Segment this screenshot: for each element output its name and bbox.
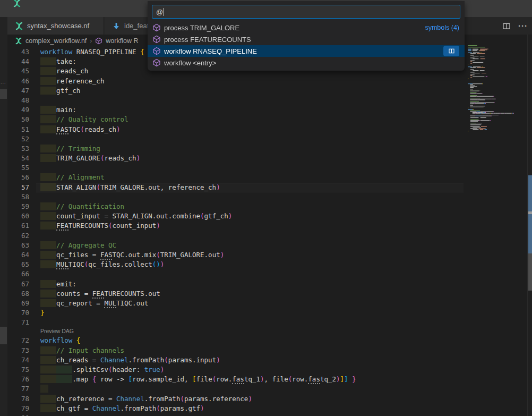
quick-pick-item[interactable]: workflow RNASEQ_PIPELINE: [148, 45, 465, 57]
quick-pick-item-label: workflow <entry>: [164, 59, 459, 67]
code-line[interactable]: 80: [7, 413, 464, 416]
nextflow-logo-icon: [15, 22, 23, 30]
left-edge-strip: ...: [0, 17, 7, 416]
line-number: 78: [7, 394, 29, 404]
overview-ruler[interactable]: [527, 35, 532, 416]
code-line[interactable]: 73 // Input channels: [7, 346, 464, 355]
code-line[interactable]: 51 FASTQC(reads_ch): [7, 125, 464, 134]
code-text: // Input channels: [29, 346, 124, 355]
code-line[interactable]: 68 counts = FEATURECOUNTS.out: [7, 289, 464, 299]
quick-pick-item[interactable]: process TRIM_GALOREsymbols (4): [148, 22, 465, 33]
scrollbar-thumb[interactable]: [0, 327, 7, 344]
code-line[interactable]: 74 ch_reads = Channel.fromPath(params.in…: [7, 355, 464, 365]
code-line[interactable]: 72workflow {: [7, 336, 464, 345]
code-text: FEATURECOUNTS(count_input): [29, 221, 160, 231]
code-line[interactable]: 63 // Aggregate QC: [7, 241, 464, 250]
code-line[interactable]: 61 FEATURECOUNTS(count_input): [7, 221, 464, 231]
code-line[interactable]: 60 count_input = STAR_ALIGN.out.combine(…: [7, 211, 464, 221]
code-line[interactable]: 58: [7, 192, 464, 202]
quick-pick-item[interactable]: workflow <entry>: [148, 57, 465, 69]
symbol-cube-icon: [152, 35, 161, 44]
codelens-preview-dag[interactable]: Preview DAG: [7, 327, 464, 336]
symbol-cube-icon: [152, 58, 161, 67]
scrollbar-thumb[interactable]: [528, 253, 532, 291]
line-number: 76: [7, 375, 29, 384]
line-number: 58: [7, 192, 29, 202]
line-number: 73: [7, 346, 29, 355]
code-line[interactable]: 62: [7, 231, 464, 241]
line-number: 49: [7, 105, 29, 115]
code-line[interactable]: 55: [7, 163, 464, 173]
line-number: 61: [7, 221, 29, 231]
code-line[interactable]: 46 reference_ch: [7, 77, 464, 86]
code-line[interactable]: 56 // Alignment: [7, 173, 464, 182]
line-number: 60: [7, 211, 29, 221]
quick-pick-item[interactable]: process FEATURECOUNTS: [148, 33, 465, 45]
code-text: [29, 134, 40, 144]
code-line[interactable]: 54 TRIM_GALORE(reads_ch): [7, 154, 464, 163]
minimap[interactable]: [466, 35, 527, 416]
symbol-cube-icon: [152, 23, 161, 32]
code-line[interactable]: 67 emit:: [7, 279, 464, 289]
code-line[interactable]: 65 MULTIQC(qc_files.collect()): [7, 260, 464, 269]
code-text: // Trimming: [29, 144, 100, 154]
code-text: FASTQC(reads_ch): [29, 125, 121, 134]
code-text: reference_ch: [29, 77, 104, 86]
breadcrumb-file[interactable]: complex_workflow.nf: [25, 37, 87, 45]
line-number: 69: [7, 299, 29, 308]
open-to-side-button[interactable]: [443, 46, 459, 56]
quick-pick-list: process TRIM_GALOREsymbols (4)process FE…: [148, 22, 465, 69]
code-text: [29, 269, 40, 279]
more-actions-icon[interactable]: ···: [518, 23, 528, 29]
line-number: 63: [7, 241, 29, 250]
code-text: ch_gtf = Channel.fromPath(params.gtf): [29, 404, 204, 413]
tab-label: syntax_showcase.nf: [27, 22, 89, 30]
code-text: }: [29, 308, 45, 318]
code-line-current[interactable]: 57 STAR_ALIGN(TRIM_GALORE.out, reference…: [7, 183, 464, 192]
code-text: count_input = STAR_ALIGN.out.combine(gtf…: [29, 211, 232, 221]
code-line[interactable]: 48: [7, 96, 464, 105]
code-line[interactable]: 70}: [7, 308, 464, 318]
code-line[interactable]: 50 // Quality control: [7, 115, 464, 124]
quick-pick-input[interactable]: @: [152, 5, 460, 19]
code-line[interactable]: 71: [7, 318, 464, 327]
code-text: // Quantification: [29, 202, 124, 211]
line-number: 59: [7, 202, 29, 211]
line-number: 43: [7, 47, 29, 57]
code-line[interactable]: 52: [7, 134, 464, 144]
code-line[interactable]: 64 qc_files = FASTQC.out.mix(TRIM_GALORE…: [7, 250, 464, 260]
line-number: 50: [7, 115, 29, 124]
code-line[interactable]: 59 // Quantification: [7, 202, 464, 211]
scrollbar-thumb[interactable]: [0, 89, 7, 99]
code-line[interactable]: 78 ch_reference = Channel.fromPath(param…: [7, 394, 464, 404]
code-line[interactable]: 49 main:: [7, 105, 464, 115]
line-number: 75: [7, 365, 29, 375]
code-text: reads_ch: [29, 66, 88, 76]
line-number: 47: [7, 86, 29, 96]
code-line[interactable]: 47 gtf_ch: [7, 86, 464, 96]
code-line[interactable]: 75 .splitCsv(header: true): [7, 365, 464, 375]
code-line[interactable]: 77: [7, 384, 464, 394]
code-text: workflow RNASEQ_PIPELINE {: [29, 47, 144, 57]
breadcrumb-symbol[interactable]: workflow R: [106, 37, 138, 45]
line-number: 77: [7, 384, 29, 394]
line-number: 46: [7, 77, 29, 86]
code-text: ch_reads = Channel.fromPath(params.input…: [29, 355, 220, 365]
quick-pick-item-label: process FEATURECOUNTS: [164, 36, 459, 44]
line-number: 80: [7, 413, 29, 416]
code-text: qc_report = MULTIQC.out: [29, 299, 148, 308]
symbols-count-badge: symbols (4): [425, 24, 459, 31]
code-line[interactable]: 53 // Trimming: [7, 144, 464, 154]
code-text: ch_reference = Channel.fromPath(params.r…: [29, 394, 252, 404]
code-text: [29, 192, 40, 202]
code-text: counts = FEATURECOUNTS.out: [29, 289, 160, 299]
code-editor[interactable]: 43workflow RNASEQ_PIPELINE {44 take:45 r…: [7, 47, 464, 416]
split-editor-icon[interactable]: [502, 22, 511, 30]
tab-label: ide_feat: [124, 22, 149, 30]
code-line[interactable]: 69 qc_report = MULTIQC.out: [7, 299, 464, 308]
code-line[interactable]: 76 .map { row -> [row.sample_id, [file(r…: [7, 375, 464, 384]
code-line[interactable]: 66: [7, 269, 464, 279]
line-number: 68: [7, 289, 29, 299]
code-line[interactable]: 79 ch_gtf = Channel.fromPath(params.gtf): [7, 404, 464, 413]
tab-syntax-showcase[interactable]: syntax_showcase.nf: [7, 17, 104, 35]
